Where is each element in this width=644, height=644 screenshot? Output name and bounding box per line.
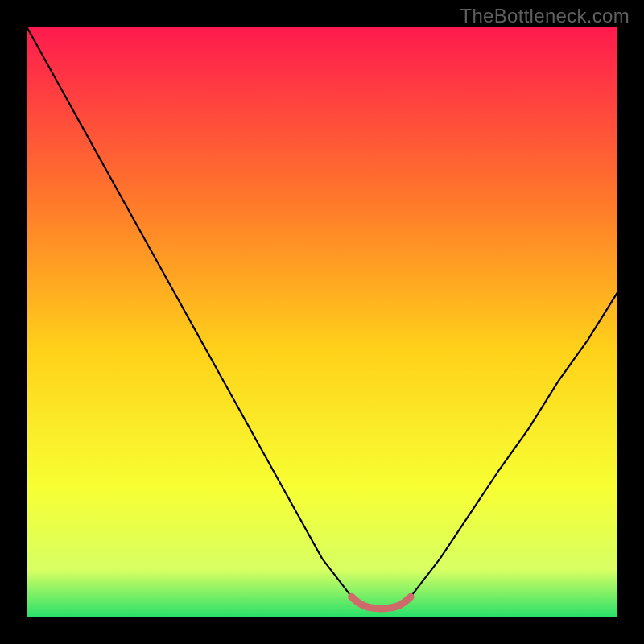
plot-area bbox=[27, 27, 617, 617]
watermark-text: TheBottleneck.com bbox=[460, 5, 630, 27]
gradient-background bbox=[27, 27, 617, 617]
chart-svg bbox=[27, 27, 617, 617]
chart-frame: TheBottleneck.com bbox=[0, 0, 644, 644]
